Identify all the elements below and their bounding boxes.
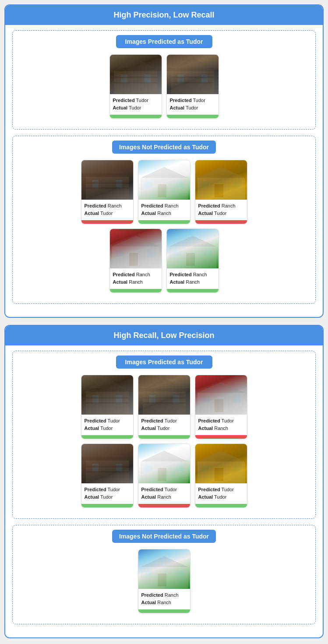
svg-rect-28 xyxy=(215,184,223,197)
predicted-label: Predicted Tudor xyxy=(198,417,244,425)
subsection: Images Predicted as Tudor Predict xyxy=(12,351,316,519)
svg-rect-30 xyxy=(233,181,240,188)
svg-rect-17 xyxy=(116,180,122,189)
card-image xyxy=(138,375,190,415)
svg-rect-38 xyxy=(186,253,195,266)
svg-marker-73 xyxy=(197,451,244,462)
image-card: Predicted Ranch Actual Ranch xyxy=(109,229,162,293)
svg-marker-27 xyxy=(197,167,244,178)
card-body: Predicted Ranch Actual Ranch xyxy=(138,589,190,608)
svg-rect-65 xyxy=(85,466,128,468)
svg-rect-47 xyxy=(85,402,128,404)
card-footer-indicator xyxy=(167,289,219,292)
svg-rect-34 xyxy=(116,250,124,257)
subsection-header: Images Not Predicted as Tudor xyxy=(112,530,216,543)
actual-label: Actual Tudor xyxy=(198,210,244,217)
actual-label: Actual Tudor xyxy=(113,104,159,112)
predicted-label: Predicted Tudor xyxy=(198,486,244,493)
svg-marker-22 xyxy=(140,167,187,178)
image-card: Predicted Tudor Actual Tudor xyxy=(166,54,219,119)
svg-rect-24 xyxy=(145,181,152,188)
image-card: Predicted Ranch Actual Ranch xyxy=(138,549,190,613)
actual-label: Actual Tudor xyxy=(85,425,130,432)
svg-rect-76 xyxy=(233,465,240,472)
card-image xyxy=(81,160,133,200)
cards-row: Predicted Ranch Actual Ranch Pre xyxy=(18,229,310,293)
image-card: Predicted Tudor Actual Tudor xyxy=(81,375,134,439)
card-image xyxy=(138,160,190,200)
card-footer-indicator xyxy=(81,435,133,439)
card-body: Predicted Tudor Actual Ranch xyxy=(138,483,190,502)
subsection: Images Not Predicted as Tudor Predicted … xyxy=(12,525,316,624)
image-card: Predicted Ranch Actual Tudor xyxy=(81,160,134,224)
svg-rect-52 xyxy=(138,388,190,392)
svg-rect-12 xyxy=(171,77,214,78)
actual-label: Actual Tudor xyxy=(198,493,244,501)
card-footer-indicator xyxy=(138,504,190,507)
card-body: Predicted Ranch Actual Tudor xyxy=(81,200,133,218)
svg-rect-70 xyxy=(145,465,152,472)
image-card: Predicted Ranch Actual Tudor xyxy=(195,160,247,224)
card-body: Predicted Tudor Actual Ranch xyxy=(195,415,247,433)
svg-marker-68 xyxy=(140,451,187,462)
svg-rect-81 xyxy=(176,570,183,577)
svg-rect-23 xyxy=(158,184,166,197)
svg-rect-57 xyxy=(215,399,223,412)
svg-marker-78 xyxy=(140,556,187,567)
svg-rect-53 xyxy=(142,397,185,399)
predicted-label: Predicted Ranch xyxy=(85,202,130,210)
card-image xyxy=(110,55,162,94)
card-image xyxy=(81,375,133,415)
svg-rect-13 xyxy=(171,82,214,84)
card-footer-indicator xyxy=(167,115,219,118)
card-body: Predicted Tudor Actual Tudor xyxy=(110,94,162,113)
svg-rect-16 xyxy=(92,180,99,189)
card-image xyxy=(167,229,219,268)
svg-rect-40 xyxy=(204,250,212,257)
predicted-label: Predicted Ranch xyxy=(141,591,187,599)
svg-rect-35 xyxy=(147,250,155,257)
card-image xyxy=(138,444,190,483)
section-body: Images Predicted as Tudor Predict xyxy=(5,25,323,317)
card-image xyxy=(195,160,247,200)
image-card: Predicted Tudor Actual Tudor xyxy=(81,443,134,508)
svg-rect-11 xyxy=(167,68,219,71)
cards-row: Predicted Ranch Actual Ranch xyxy=(18,549,310,613)
svg-rect-33 xyxy=(129,253,138,266)
actual-label: Actual Ranch xyxy=(141,493,187,501)
svg-rect-25 xyxy=(176,181,183,188)
card-body: Predicted Ranch Actual Ranch xyxy=(138,200,190,218)
cards-row: Predicted Tudor Actual Tudor xyxy=(18,54,310,119)
subsection-header: Images Not Predicted as Tudor xyxy=(112,141,216,154)
cards-row: Predicted Tudor Actual Tudor xyxy=(18,375,310,439)
actual-label: Actual Tudor xyxy=(141,425,187,432)
card-footer-indicator xyxy=(81,504,133,507)
card-footer-indicator xyxy=(110,289,162,292)
card-body: Predicted Tudor Actual Tudor xyxy=(195,483,247,502)
svg-rect-66 xyxy=(85,471,128,473)
card-image xyxy=(195,444,247,483)
card-footer-indicator xyxy=(138,220,190,224)
card-body: Predicted Ranch Actual Ranch xyxy=(167,268,219,287)
card-footer-indicator xyxy=(110,115,162,118)
card-body: Predicted Ranch Actual Tudor xyxy=(195,200,247,218)
card-image xyxy=(110,229,162,268)
svg-rect-45 xyxy=(81,388,133,392)
actual-label: Actual Ranch xyxy=(113,278,159,286)
image-card: Predicted Tudor Actual Tudor xyxy=(138,375,190,439)
predicted-label: Predicted Tudor xyxy=(141,417,187,425)
svg-rect-19 xyxy=(85,182,128,184)
svg-rect-10 xyxy=(201,74,208,83)
predicted-label: Predicted Ranch xyxy=(198,202,244,210)
card-body: Predicted Tudor Actual Tudor xyxy=(138,415,190,433)
card-image xyxy=(167,55,219,94)
card-body: Predicted Ranch Actual Ranch xyxy=(110,268,162,287)
card-image xyxy=(138,549,190,589)
card-image xyxy=(195,375,247,415)
image-card: Predicted Ranch Actual Ranch xyxy=(138,160,190,224)
svg-rect-59 xyxy=(233,396,240,403)
predicted-label: Predicted Ranch xyxy=(170,271,215,278)
image-card: Predicted Tudor Actual Ranch xyxy=(195,375,247,439)
card-footer-indicator xyxy=(138,435,190,439)
svg-marker-32 xyxy=(112,236,159,247)
